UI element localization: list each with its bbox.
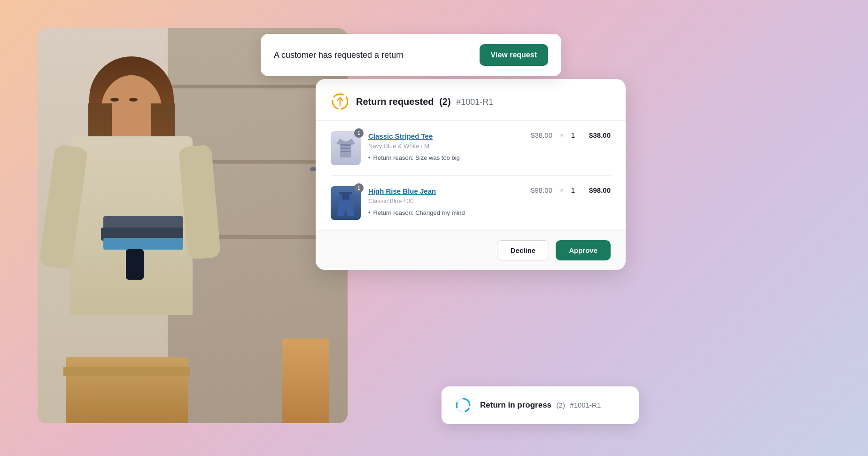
return-order-id: #1001-R1: [456, 97, 493, 107]
svg-rect-1: [341, 144, 350, 146]
mult-0: ×: [560, 132, 564, 139]
approve-button[interactable]: Approve: [556, 240, 611, 260]
progress-card: Return in progress (2) #1001-R1: [442, 386, 639, 424]
item-image-wrapper-1: 1: [331, 186, 361, 220]
return-card-title-group: Return requested (2) #1001-R1: [356, 96, 493, 107]
progress-icon: [455, 397, 472, 414]
total-price-0: $38.00: [582, 131, 611, 139]
return-card-header: Return requested (2) #1001-R1: [316, 79, 626, 121]
item-variant-0: Navy Blue & White / M: [368, 142, 523, 149]
mult-1: ×: [560, 187, 564, 194]
notification-text: A customer has requested a return: [274, 50, 403, 60]
item-name-0[interactable]: Classic Striped Tee: [368, 131, 523, 141]
progress-text-group: Return in progress (2) #1001-R1: [480, 401, 601, 410]
total-price-1: $98.00: [582, 186, 611, 194]
tee-shirt-svg: [334, 135, 357, 161]
progress-title: Return in progress: [480, 401, 551, 409]
item-reason-0: •Return reason: Size was too big: [368, 154, 523, 161]
item-details-0: Classic Striped Tee Navy Blue & White / …: [368, 131, 523, 161]
svg-rect-4: [339, 192, 352, 194]
item-name-1[interactable]: High Rise Blue Jean: [368, 186, 523, 196]
return-card: Return requested (2) #1001-R1: [316, 79, 626, 270]
item-reason-1: •Return reason: Changed my mind: [368, 209, 523, 216]
svg-rect-3: [341, 151, 350, 152]
progress-count: (2): [557, 401, 565, 409]
qty-0: 1: [571, 131, 575, 139]
jean-svg: [334, 190, 357, 216]
item-pricing-0: $38.00 × 1 $38.00: [531, 131, 611, 139]
item-pricing-1: $98.00 × 1 $98.00: [531, 186, 611, 194]
unit-price-1: $98.00: [531, 186, 552, 194]
notification-card: A customer has requested a return View r…: [261, 34, 561, 76]
svg-rect-2: [341, 148, 350, 149]
return-title: Return requested (2) #1001-R1: [356, 96, 493, 107]
qty-1: 1: [571, 186, 575, 194]
return-requested-icon: [331, 92, 349, 111]
item-variant-1: Classic Blue / 30: [368, 197, 523, 204]
item-badge-1: 1: [354, 183, 364, 193]
decline-button[interactable]: Decline: [497, 240, 549, 260]
progress-order-id: #1001-R1: [570, 401, 601, 409]
item-badge-0: 1: [354, 128, 364, 138]
return-card-footer: Decline Approve: [316, 230, 626, 270]
view-request-button[interactable]: View request: [480, 44, 548, 66]
return-card-body: 1 Classic Striped Tee Navy Blue & White …: [316, 121, 626, 230]
item-image-wrapper-0: 1: [331, 131, 361, 165]
photo-background: [38, 28, 348, 423]
item-details-1: High Rise Blue Jean Classic Blue / 30 •R…: [368, 186, 523, 216]
unit-price-0: $38.00: [531, 131, 552, 139]
return-item-1: 1 High Rise Blue Jean Classic Blue / 30 …: [331, 176, 611, 230]
item-row-0: 1 Classic Striped Tee Navy Blue & White …: [331, 131, 611, 165]
return-item-0: 1 Classic Striped Tee Navy Blue & White …: [331, 121, 611, 176]
item-row-1: 1 High Rise Blue Jean Classic Blue / 30 …: [331, 186, 611, 220]
